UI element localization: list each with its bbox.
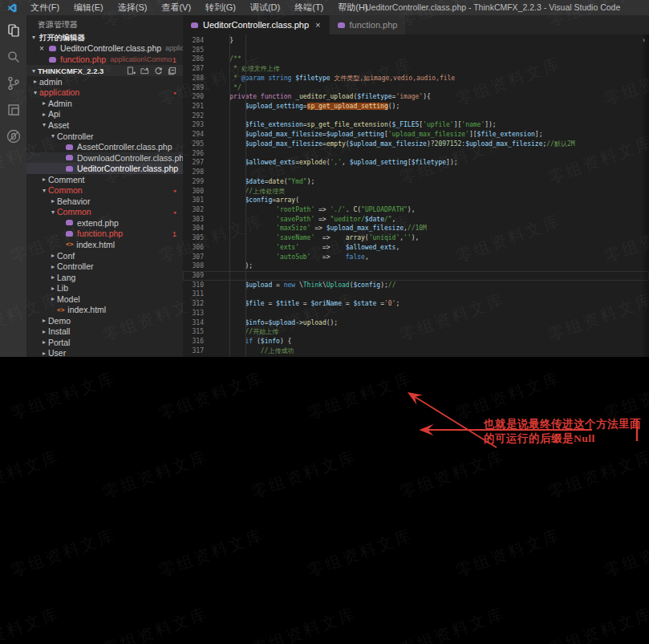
tree-folder-api[interactable]: ▸Api bbox=[26, 109, 183, 120]
tree-file-ueditorcontroller-class-php[interactable]: UeditorController.class.php bbox=[26, 163, 183, 174]
tree-file-extend-php[interactable]: extend.php bbox=[26, 217, 183, 229]
tree-folder-conf[interactable]: ▸Conf bbox=[26, 250, 183, 261]
tree-item-label: index.html bbox=[67, 305, 106, 314]
tree-folder-model[interactable]: ▸Model bbox=[26, 294, 183, 305]
code-line-317[interactable]: 317 //上传成功 bbox=[183, 346, 649, 356]
code-line-295[interactable]: 295 $upload_max_filesize=empty($upload_m… bbox=[183, 140, 649, 149]
tree-file-index-html[interactable]: <>index.html bbox=[26, 239, 183, 250]
tree-folder-lib[interactable]: ▸Lib bbox=[26, 282, 183, 294]
menu-item-1[interactable]: 编辑(E) bbox=[67, 0, 111, 15]
activity-bar bbox=[0, 15, 26, 357]
tree-folder-portal[interactable]: ▸Portal bbox=[26, 337, 183, 348]
code-line-297[interactable]: 297 $allowed_exts=explode(',', $upload_s… bbox=[183, 158, 649, 168]
code-line-303[interactable]: 303 'savePath' => "ueditor/$date/", bbox=[183, 215, 649, 225]
indent-guide bbox=[245, 34, 246, 357]
code-text: $upload = new \Think\Upload($config);// bbox=[204, 281, 395, 290]
code-line-307[interactable]: 307 'autoSub' => false, bbox=[183, 253, 649, 262]
tree-item-label: AssetController.class.php bbox=[77, 142, 172, 152]
menu-item-4[interactable]: 转到(G) bbox=[198, 0, 243, 15]
open-editor-0[interactable]: ×UeditorController.class.phpapplication\… bbox=[26, 43, 183, 55]
tree-folder-lang[interactable]: ▸Lang bbox=[26, 272, 183, 283]
code-line-294[interactable]: 294 $upload_max_filesize=$upload_setting… bbox=[183, 130, 649, 140]
chevron-right-icon: ▸ bbox=[40, 328, 48, 335]
code-line-316[interactable]: 316 if ($info) { bbox=[183, 337, 649, 346]
code-line-296[interactable]: 296 bbox=[183, 149, 649, 159]
tree-folder-admin[interactable]: ▸admin bbox=[26, 76, 183, 87]
menu-item-6[interactable]: 终端(T) bbox=[287, 0, 331, 15]
code-line-293[interactable]: 293 $file_extension=sp_get_file_extensio… bbox=[183, 120, 649, 130]
tree-folder-behavior[interactable]: ▸Behavior bbox=[26, 196, 183, 207]
new-file-icon[interactable] bbox=[127, 67, 136, 75]
code-text: */ bbox=[204, 83, 241, 93]
code-line-304[interactable]: 304 'maxSize' => $upload_max_filesize,//… bbox=[183, 224, 649, 233]
code-line-306[interactable]: 306 'exts' => $allowed_exts, bbox=[183, 243, 649, 253]
tree-folder-demo[interactable]: ▸Demo bbox=[26, 315, 183, 326]
explorer-icon[interactable] bbox=[6, 22, 22, 38]
chevron-down-icon: ▾ bbox=[49, 209, 57, 216]
code-line-287[interactable]: 287 * 处理文件上传 bbox=[183, 64, 649, 74]
menu-item-0[interactable]: 文件(F) bbox=[23, 0, 67, 15]
code-line-300[interactable]: 300 //上传处理类 bbox=[183, 187, 649, 196]
tree-folder-controller[interactable]: ▾Controller bbox=[26, 131, 183, 142]
editor-scrollbar[interactable] bbox=[641, 34, 649, 357]
refresh-icon[interactable] bbox=[154, 67, 163, 75]
tree-file-index-html[interactable]: <>index.html bbox=[26, 304, 183, 315]
code-text: 'maxSize' => $upload_max_filesize,//10M bbox=[204, 224, 427, 233]
code-line-284[interactable]: 284 } bbox=[183, 36, 649, 46]
code-line-289[interactable]: 289 */ bbox=[183, 83, 649, 93]
line-number: 289 bbox=[183, 83, 204, 93]
source-control-icon[interactable] bbox=[6, 75, 22, 91]
tree-folder-install[interactable]: ▸Install bbox=[26, 326, 183, 338]
new-folder-icon[interactable] bbox=[140, 67, 149, 75]
tree-folder-admin[interactable]: ▸Admin bbox=[26, 98, 183, 109]
code-line-311[interactable]: 311 bbox=[183, 290, 649, 299]
tree-file-downloadcontroller-class-php[interactable]: DownloadController.class.php bbox=[26, 152, 183, 164]
code-line-312[interactable]: 312 $file = $title = $oriName = $state =… bbox=[183, 299, 649, 309]
tree-item-label: admin bbox=[39, 77, 63, 87]
tab-function-php[interactable]: function.php bbox=[330, 15, 407, 34]
debug-icon[interactable] bbox=[6, 128, 22, 144]
code-line-314[interactable]: 314 $info=$upload->upload(); bbox=[183, 318, 649, 328]
code-line-308[interactable]: 308 ); bbox=[183, 261, 649, 271]
tab-ueditorcontroller-class-php[interactable]: UeditorController.class.php× bbox=[183, 15, 330, 34]
open-editors-header[interactable]: ▾ 打开的编辑器 bbox=[26, 32, 183, 43]
tree-folder-comment[interactable]: ▸Comment bbox=[26, 174, 183, 185]
tree-folder-common[interactable]: ▾Common● bbox=[26, 184, 183, 196]
code-editor[interactable]: 284 }285286 /**287 * 处理文件上传288 * @param … bbox=[183, 34, 649, 357]
code-text: 'autoSub' => false, bbox=[204, 253, 369, 262]
code-line-298[interactable]: 298 bbox=[183, 168, 649, 177]
tree-folder-user[interactable]: ▸User bbox=[26, 348, 183, 357]
close-icon[interactable]: × bbox=[39, 43, 49, 55]
code-line-290[interactable]: 290 private function _ueditor_upload($fi… bbox=[183, 92, 649, 102]
tree-folder-application[interactable]: ▾application● bbox=[26, 87, 183, 99]
tree-folder-controller[interactable]: ▸Controller bbox=[26, 261, 183, 272]
code-line-310[interactable]: 310 $upload = new \Think\Upload($config)… bbox=[183, 281, 649, 290]
tree-file-function-php[interactable]: function.php1 bbox=[26, 229, 183, 240]
collapse-all-icon[interactable] bbox=[168, 67, 176, 75]
code-line-285[interactable]: 285 bbox=[183, 46, 649, 55]
code-line-292[interactable]: 292 bbox=[183, 111, 649, 121]
search-icon[interactable] bbox=[6, 49, 22, 65]
code-line-291[interactable]: 291 $upload_setting=sp_get_upload_settin… bbox=[183, 102, 649, 111]
menu-item-3[interactable]: 查看(V) bbox=[154, 0, 198, 15]
code-line-288[interactable]: 288 * @param string $filetype 文件类型,如imag… bbox=[183, 74, 649, 83]
code-line-315[interactable]: 315 //开始上传 bbox=[183, 327, 649, 337]
tree-folder-asset[interactable]: ▾Asset bbox=[26, 119, 183, 131]
code-line-299[interactable]: 299 $date=date("Ymd"); bbox=[183, 177, 649, 187]
code-text bbox=[204, 168, 214, 177]
extensions-icon[interactable] bbox=[6, 102, 22, 118]
code-line-286[interactable]: 286 /** bbox=[183, 55, 649, 64]
tab-label: function.php bbox=[350, 20, 398, 30]
code-line-302[interactable]: 302 'rootPath' => './'. C("UPLOADPATH"), bbox=[183, 205, 649, 215]
code-line-301[interactable]: 301 $config=array( bbox=[183, 196, 649, 205]
close-icon[interactable]: × bbox=[315, 20, 320, 30]
tree-file-assetcontroller-class-php[interactable]: AssetController.class.php bbox=[26, 141, 183, 152]
menu-item-5[interactable]: 调试(D) bbox=[243, 0, 287, 15]
menu-item-2[interactable]: 选择(S) bbox=[111, 0, 155, 15]
code-line-305[interactable]: 305 'saveName' => array('uniqid',''), bbox=[183, 233, 649, 243]
tree-folder-common[interactable]: ▾Common● bbox=[26, 207, 183, 218]
tree-root-row[interactable]: ▾ THINKCMFX_2.2.3 bbox=[26, 65, 183, 76]
code-line-309[interactable]: 309 bbox=[183, 271, 649, 281]
code-line-313[interactable]: 313 bbox=[183, 309, 649, 318]
open-editor-1[interactable]: function.phpapplication\Common\Comm...1 bbox=[26, 55, 183, 66]
